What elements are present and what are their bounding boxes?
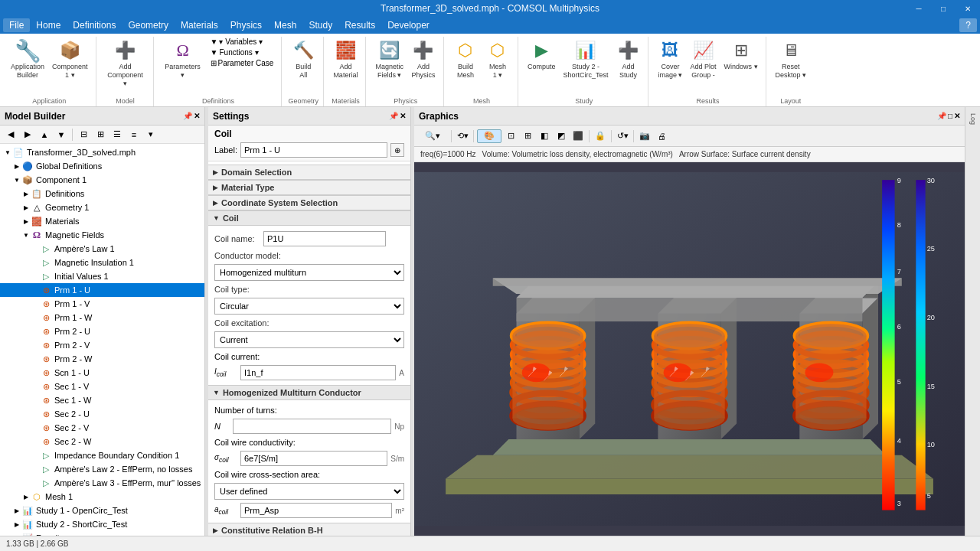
tree-item-mag-insulation[interactable]: ▶ ▷ Magnetic Insulation 1 [0,256,204,269]
tree-item-prm1-v[interactable]: ▶ ⊛ Prm 1 - V [0,297,204,311]
list-button[interactable]: ≡ [126,128,142,142]
coil-type-select[interactable]: Circular Linear [214,298,404,315]
mesh1-button[interactable]: ⬡ Mesh1 ▾ [482,37,513,81]
add-physics-button[interactable]: ➕ AddPhysics [408,37,439,81]
tree-item-prm1-w[interactable]: ▶ ⊛ Prm 1 - W [0,311,204,324]
more-button[interactable]: ▾ [143,128,158,142]
study2-button[interactable]: 📊 Study 2 -ShortCirc_Test [560,37,611,81]
collapse-button[interactable]: ⊟ [76,128,91,142]
windows-button[interactable]: ⊞ Windows ▾ [721,37,761,73]
pin-icon[interactable]: 📌 [183,112,192,120]
tree-item-sec2-v[interactable]: ▶ ⊛ Sec 2 - V [0,421,204,435]
tree-item-prm2-w[interactable]: ▶ ⊛ Prm 2 - W [0,352,204,366]
n-input[interactable] [233,419,391,434]
label-field[interactable] [240,142,387,158]
physics-menu[interactable]: Physics [224,18,268,32]
graphics-close-icon[interactable]: ✕ [954,112,960,120]
coil-name-input[interactable] [263,231,386,246]
tree-item-geometry[interactable]: ▶ △ Geometry 1 [0,201,204,214]
materials-menu[interactable]: Materials [175,18,224,32]
coord-system-header[interactable]: ▶ Coordinate System Selection [208,195,410,210]
tree-item-magnetic-fields[interactable]: ▼ Ω Magnetic Fields [0,228,204,242]
magnetic-fields-button[interactable]: 🔄 MagneticFields ▾ [372,37,407,81]
functions-button[interactable]: ▼ Functions ▾ [207,47,277,57]
cover-image-button[interactable]: 🖼 Coverimage ▾ [655,37,685,81]
minimize-button[interactable]: ─ [906,0,931,17]
copy-label-button[interactable]: ⊕ [390,143,404,157]
mesh-menu[interactable]: Mesh [268,18,302,32]
render-option2[interactable]: ⊞ [520,129,535,143]
settings-close-icon[interactable]: ✕ [400,112,406,120]
tree-item-component1[interactable]: ▼ 📦 Component 1 [0,173,204,187]
tree-item-root[interactable]: ▼ 📄 Transformer_3D_solved.mph [0,145,204,159]
refresh-button[interactable]: ↺▾ [615,129,630,143]
tree-item-sec1-w[interactable]: ▶ ⊛ Sec 1 - W [0,393,204,407]
log-tab[interactable]: Log [968,110,978,128]
cross-section-select[interactable]: User defined From geometry [214,483,404,500]
tree-item-global-defs[interactable]: ▶ 🔵 Global Definitions [0,159,204,173]
add-study-button[interactable]: ➕ AddStudy [612,37,643,81]
tree-item-sec2-w[interactable]: ▶ ⊛ Sec 2 - W [0,435,204,448]
render-option1[interactable]: ⊡ [503,129,518,143]
hm-section-header[interactable]: ▼ Homogenized Multiturn Conductor [208,385,410,400]
geometry-menu[interactable]: Geometry [122,18,175,32]
home-menu[interactable]: Home [30,18,67,32]
param-case-button[interactable]: ⊞ Parameter Case [207,58,277,68]
close-button[interactable]: ✕ [956,0,980,17]
lock-button[interactable]: 🔒 [593,129,608,143]
add-material-button[interactable]: 🧱 AddMaterial [330,37,361,81]
compute-button[interactable]: ▶ Compute [524,37,559,73]
print-button[interactable]: 🖨 [654,129,669,143]
build-mesh-button[interactable]: ⬡ BuildMesh [450,37,481,81]
tree-item-sec1-v[interactable]: ▶ ⊛ Sec 1 - V [0,380,204,393]
maximize-button[interactable]: □ [931,0,956,17]
render-option4[interactable]: ◩ [554,129,569,143]
help-button[interactable]: ? [959,18,977,32]
panel-close-icon[interactable]: ✕ [194,112,200,120]
build-all-button[interactable]: 🔨 BuildAll [288,37,318,81]
application-builder-button[interactable]: 🔧 ApplicationBuilder [8,37,47,81]
tree-item-prm1-u[interactable]: ▶ ⊛ Prm 1 - U [0,283,204,297]
zoom-dropdown-button[interactable]: 🔍▾ [417,129,448,143]
tree-item-study1[interactable]: ▶ 📊 Study 1 - OpenCirc_Test [0,504,204,517]
tree-item-results[interactable]: ▶ 📈 Results [0,531,204,536]
split-button[interactable]: ⊞ [93,128,108,142]
tree-item-prm2-v[interactable]: ▶ ⊛ Prm 2 - V [0,338,204,352]
tree-item-sec2-u[interactable]: ▶ ⊛ Sec 2 - U [0,407,204,421]
tree-item-scn1-u[interactable]: ▶ ⊛ Scn 1 - U [0,366,204,380]
tree-item-amperes-law3[interactable]: ▶ ▷ Ampère's Law 3 - EffPerm, mur'' loss… [0,476,204,490]
coil-section-header[interactable]: ▼ Coil [208,210,410,226]
tree-item-prm2-u[interactable]: ▶ ⊛ Prm 2 - U [0,324,204,338]
icoil-input[interactable] [240,365,396,380]
file-menu[interactable]: File [3,18,30,32]
developer-menu[interactable]: Developer [381,18,436,32]
results-menu[interactable]: Results [338,18,381,32]
tree-item-initial-values[interactable]: ▶ ▷ Initial Values 1 [0,269,204,283]
tree-item-mesh1[interactable]: ▶ ⬡ Mesh 1 [0,490,204,504]
material-type-header[interactable]: ▶ Material Type [208,180,410,195]
conductor-model-select[interactable]: Homogenized multiturn Single conductor [214,264,404,281]
add-component-button[interactable]: ➕ AddComponent ▾ [103,37,149,89]
reset-desktop-button[interactable]: 🖥 ResetDesktop ▾ [773,37,810,81]
forward-button[interactable]: ▶ [20,128,35,142]
add-plot-group-button[interactable]: 📈 Add PlotGroup - [688,37,720,81]
constitutive-bh-header[interactable]: ▶ Constitutive Relation B-H [208,523,410,536]
tree-item-impedance-bc[interactable]: ▶ ▷ Impedance Boundary Condition 1 [0,448,204,462]
tree-item-amperes-law2[interactable]: ▶ ▷ Ampère's Law 2 - EffPerm, no losses [0,462,204,476]
study-menu[interactable]: Study [302,18,338,32]
reset-view-button[interactable]: ⟲▾ [455,129,470,143]
settings-pin-icon[interactable]: 📌 [389,112,398,120]
tree-item-study2[interactable]: ▶ 📊 Study 2 - ShortCirc_Test [0,517,204,531]
a-input[interactable] [240,503,392,518]
down-button[interactable]: ▼ [54,128,69,142]
back-button[interactable]: ◀ [3,128,18,142]
graphics-expand-icon[interactable]: □ [948,112,952,120]
domain-selection-header[interactable]: ▶ Domain Selection [208,165,410,180]
camera-button[interactable]: 📷 [637,129,652,143]
parameters-button[interactable]: Ω Parameters ▾ [160,37,206,81]
coil-excitation-select[interactable]: Current Voltage Circuit [214,331,404,348]
sigma-input[interactable] [240,451,387,466]
graphics-pin-icon[interactable]: 📌 [937,112,946,120]
render-dropdown-button[interactable]: 🎨 [477,129,501,143]
up-button[interactable]: ▲ [37,128,52,142]
